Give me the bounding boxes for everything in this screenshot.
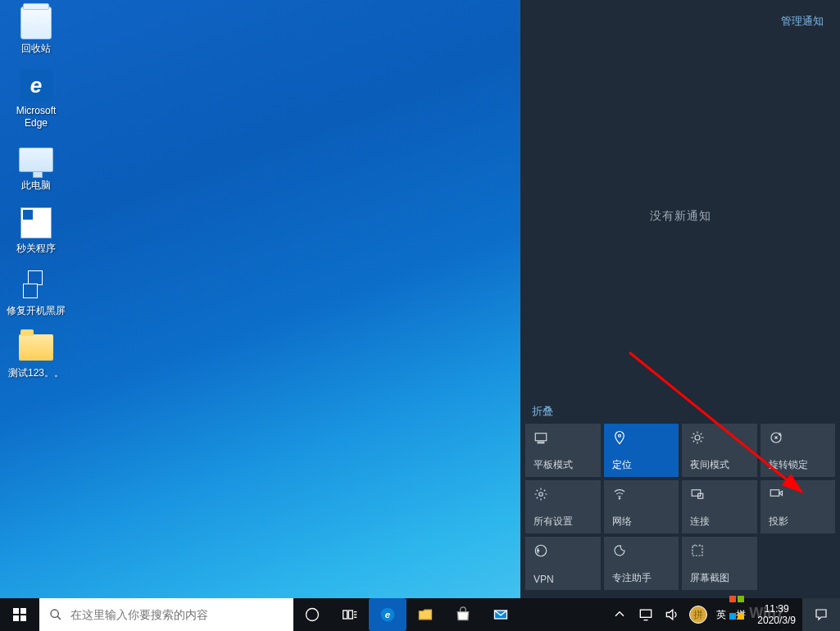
mail-icon — [493, 606, 509, 623]
quick-action-night-light[interactable]: 夜间模式 — [682, 424, 757, 477]
taskbar-explorer[interactable] — [406, 598, 444, 631]
tile-label: 投影 — [769, 515, 788, 529]
svg-line-8 — [693, 434, 695, 435]
tile-label: 专注助手 — [612, 571, 652, 585]
taskbar-search[interactable] — [39, 598, 293, 631]
desktop-icon-test-folder[interactable]: 测试123。。 — [5, 329, 67, 379]
tile-label: 网络 — [612, 515, 632, 529]
pc-icon — [19, 148, 53, 172]
desktop-icon-recycle-bin[interactable]: 回收站 — [5, 5, 67, 54]
svg-rect-0 — [535, 434, 547, 441]
tray-ime-lang[interactable]: 英 — [711, 598, 731, 631]
svg-point-14 — [539, 493, 543, 497]
desktop-icon-fix-boot[interactable]: 修复开机黑屏 — [5, 267, 67, 316]
icon-label: Microsoft Edge — [5, 105, 67, 129]
taskbar-edge[interactable]: e — [369, 598, 406, 631]
quick-action-location[interactable]: 定位 — [604, 424, 679, 477]
quick-action-rotation-lock[interactable]: 旋转锁定 — [761, 424, 836, 477]
quick-action-focus-assist[interactable]: 专注助手 — [604, 537, 679, 590]
tile-label: 旋转锁定 — [769, 458, 808, 472]
project-icon — [769, 487, 783, 505]
desktop-icon-edge[interactable]: e Microsoft Edge — [5, 67, 67, 129]
circle-icon — [304, 606, 320, 623]
moon-icon — [612, 543, 627, 561]
icon-label: 回收站 — [21, 43, 51, 54]
rotation-icon — [769, 430, 783, 448]
taskbar-store[interactable] — [444, 598, 482, 631]
svg-rect-38 — [641, 610, 652, 617]
clock-time: 11:39 — [765, 603, 789, 615]
collapse-link[interactable]: 折叠 — [532, 405, 553, 417]
chevron-up-icon — [611, 606, 628, 623]
store-icon — [455, 606, 471, 623]
svg-rect-30 — [343, 611, 347, 619]
search-icon — [49, 608, 62, 621]
svg-point-2 — [618, 434, 620, 437]
desktop-icons: 回收站 e Microsoft Edge 此电脑 秒关程序 修复开机黑屏 测试1… — [5, 5, 70, 393]
desktop-icon-sec-close[interactable]: 秒关程序 — [5, 205, 67, 254]
snip-icon — [690, 543, 705, 561]
svg-point-15 — [619, 498, 620, 500]
tile-label: 屏幕截图 — [690, 571, 729, 585]
quick-action-empty — [761, 537, 836, 590]
action-center-header: 管理通知 — [520, 0, 840, 29]
icon-label: 修复开机黑屏 — [7, 305, 66, 316]
edge-icon: e — [379, 606, 396, 623]
svg-line-11 — [701, 434, 702, 435]
speaker-icon — [664, 606, 680, 623]
svg-rect-31 — [348, 611, 352, 619]
svg-rect-18 — [770, 490, 779, 497]
wifi-icon — [612, 487, 627, 505]
icon-label: 测试123。。 — [8, 367, 64, 379]
app-icon — [20, 269, 52, 302]
quick-action-all-settings[interactable]: 所有设置 — [525, 480, 601, 533]
quick-action-project[interactable]: 投影 — [761, 480, 836, 533]
start-button[interactable] — [0, 598, 39, 631]
system-tray: 拼 英 拼 11:39 2020/3/9 — [606, 598, 840, 631]
tile-label: VPN — [534, 574, 554, 585]
svg-line-10 — [693, 441, 695, 443]
tray-overflow[interactable] — [606, 598, 633, 631]
svg-rect-23 — [13, 608, 19, 614]
taskbar-mail[interactable] — [482, 598, 520, 631]
ime-icon: 拼 — [689, 606, 707, 624]
tile-label: 连接 — [690, 515, 710, 529]
svg-line-9 — [701, 441, 702, 443]
svg-point-20 — [538, 550, 539, 552]
svg-rect-16 — [692, 490, 701, 497]
quick-action-screen-snip[interactable]: 屏幕截图 — [682, 537, 757, 590]
quick-action-network[interactable]: 网络 — [604, 480, 679, 533]
connect-icon — [690, 487, 705, 505]
tray-clock[interactable]: 11:39 2020/3/9 — [751, 603, 802, 627]
svg-point-3 — [695, 435, 700, 440]
tray-ime-mode[interactable]: 拼 — [731, 598, 751, 631]
gear-icon — [534, 487, 548, 505]
edge-icon: e — [20, 69, 52, 102]
vpn-icon — [534, 543, 548, 561]
quick-action-tablet-mode[interactable]: 平板模式 — [525, 424, 601, 477]
svg-rect-21 — [692, 546, 702, 556]
tray-network[interactable] — [633, 598, 659, 631]
svg-rect-26 — [20, 615, 26, 621]
quick-action-vpn[interactable]: VPN — [525, 537, 601, 590]
tablet-icon — [534, 430, 548, 448]
svg-rect-24 — [20, 608, 26, 614]
svg-line-28 — [57, 616, 61, 620]
search-input[interactable] — [70, 608, 284, 621]
taskbar: e 拼 英 拼 11:39 2020/3/9 — [0, 598, 840, 631]
tile-label: 平板模式 — [534, 458, 573, 472]
cortana-button[interactable] — [293, 598, 331, 631]
action-center-button[interactable] — [802, 598, 840, 631]
tray-volume[interactable] — [659, 598, 685, 631]
manage-notifications-link[interactable]: 管理通知 — [781, 15, 824, 27]
tray-ime-badge[interactable]: 拼 — [685, 598, 711, 631]
task-view-button[interactable] — [331, 598, 369, 631]
app-icon — [20, 207, 52, 238]
icon-label: 秒关程序 — [16, 243, 56, 254]
quick-action-connect[interactable]: 连接 — [682, 480, 757, 533]
folder-icon — [19, 334, 53, 361]
svg-point-27 — [51, 610, 58, 617]
icon-label: 此电脑 — [21, 179, 51, 191]
desktop-icon-this-pc[interactable]: 此电脑 — [5, 142, 67, 191]
action-center-panel: 管理通知 没有新通知 折叠 平板模式定位夜间模式旋转锁定所有设置网络连接投影VP… — [520, 0, 840, 598]
